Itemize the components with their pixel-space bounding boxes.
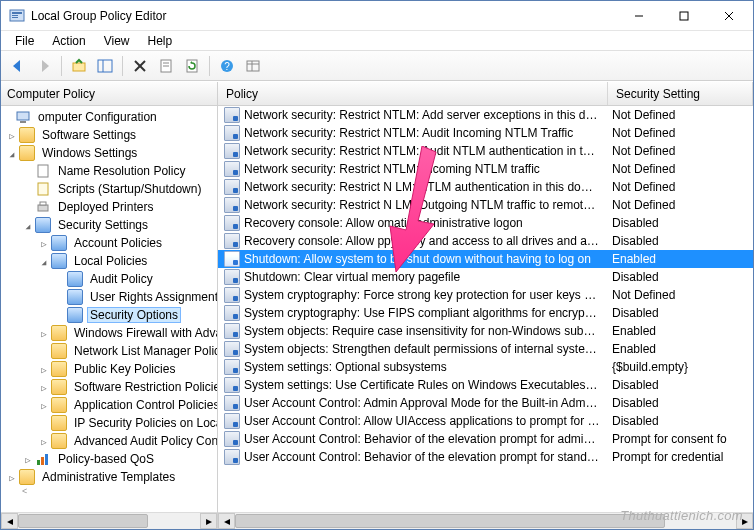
policy-row[interactable]: System settings: Optional subsystems{$bu… bbox=[218, 358, 753, 376]
scroll-right-icon[interactable]: ▸ bbox=[200, 513, 217, 529]
policy-icon bbox=[224, 161, 240, 177]
content-area: Computer Policy omputer Configuration So… bbox=[1, 81, 753, 529]
list-scroll[interactable]: Network security: Restrict NTLM: Add ser… bbox=[218, 106, 753, 512]
policy-row[interactable]: System cryptography: Use FIPS compliant … bbox=[218, 304, 753, 322]
scroll-thumb[interactable] bbox=[18, 514, 148, 528]
policy-icon bbox=[224, 449, 240, 465]
tree-local-policies[interactable]: Local Policies bbox=[71, 253, 150, 269]
policy-row[interactable]: Network security: Restrict NTLM: Audit I… bbox=[218, 124, 753, 142]
folder-icon bbox=[67, 271, 83, 287]
menu-help[interactable]: Help bbox=[140, 32, 181, 50]
scroll-thumb[interactable] bbox=[235, 514, 665, 528]
maximize-button[interactable] bbox=[661, 2, 706, 30]
policy-row[interactable]: Network security: Restrict NTLM: Audit N… bbox=[218, 142, 753, 160]
policy-setting: Disabled bbox=[606, 234, 753, 248]
delete-button[interactable] bbox=[129, 55, 151, 77]
list-header: Policy Security Setting bbox=[218, 82, 753, 106]
policy-icon bbox=[224, 125, 240, 141]
menu-file[interactable]: File bbox=[7, 32, 42, 50]
tree-security-options[interactable]: Security Options bbox=[87, 307, 181, 323]
close-button[interactable] bbox=[706, 2, 751, 30]
policy-setting: Not Defined bbox=[606, 198, 753, 212]
menu-action[interactable]: Action bbox=[44, 32, 93, 50]
printer-icon bbox=[35, 199, 51, 215]
tree-scripts[interactable]: Scripts (Startup/Shutdown) bbox=[55, 181, 204, 197]
svg-rect-25 bbox=[38, 183, 48, 195]
tree-qos[interactable]: Policy-based QoS bbox=[55, 451, 157, 467]
tree-computer-config[interactable]: omputer Configuration bbox=[35, 109, 160, 125]
policy-row[interactable]: Recovery console: Allow omatic administr… bbox=[218, 214, 753, 232]
policy-name: System cryptography: Use FIPS compliant … bbox=[244, 306, 606, 320]
tree-account-policies[interactable]: Account Policies bbox=[71, 235, 165, 251]
policy-setting: Enabled bbox=[606, 324, 753, 338]
policy-row[interactable]: Network security: Restrict NTLM: Incomin… bbox=[218, 160, 753, 178]
tree-hscrollbar[interactable]: ◂ ▸ bbox=[1, 512, 217, 529]
col-policy[interactable]: Policy bbox=[218, 82, 608, 105]
policy-row[interactable]: System settings: Use Certificate Rules o… bbox=[218, 376, 753, 394]
policy-row[interactable]: System objects: Require case insensitivi… bbox=[218, 322, 753, 340]
policy-row[interactable]: User Account Control: Behavior of the el… bbox=[218, 448, 753, 466]
policy-row[interactable]: Shutdown: Clear virtual memory pagefileD… bbox=[218, 268, 753, 286]
policy-setting: Prompt for consent fo bbox=[606, 432, 753, 446]
tree-security-settings[interactable]: Security Settings bbox=[55, 217, 151, 233]
tree-name-resolution[interactable]: Name Resolution Policy bbox=[55, 163, 188, 179]
policy-name: Network security: Restrict N LM: Outgoin… bbox=[244, 198, 606, 212]
svg-text:?: ? bbox=[224, 61, 230, 72]
policy-row[interactable]: Shutdown: Allow system to be shut down w… bbox=[218, 250, 753, 268]
tree-aap[interactable]: Advanced Audit Policy Con bbox=[71, 433, 217, 449]
tree-srp[interactable]: Software Restriction Policies bbox=[71, 379, 217, 395]
policy-rows: Network security: Restrict NTLM: Add ser… bbox=[218, 106, 753, 466]
tree-audit-policy[interactable]: Audit Policy bbox=[87, 271, 156, 287]
tree-software-settings[interactable]: Software Settings bbox=[39, 127, 139, 143]
policy-icon bbox=[224, 179, 240, 195]
svg-rect-8 bbox=[73, 63, 85, 71]
forward-button[interactable] bbox=[33, 55, 55, 77]
menu-view[interactable]: View bbox=[96, 32, 138, 50]
menubar: File Action View Help bbox=[1, 31, 753, 51]
help-button[interactable]: ? bbox=[216, 55, 238, 77]
folder-icon bbox=[51, 433, 67, 449]
svg-rect-27 bbox=[40, 202, 46, 205]
tree-admin-templates[interactable]: Administrative Templates bbox=[39, 469, 178, 485]
policy-row[interactable]: Recovery console: Allow ppy copy and acc… bbox=[218, 232, 753, 250]
policy-row[interactable]: User Account Control: Behavior of the el… bbox=[218, 430, 753, 448]
policy-setting: Disabled bbox=[606, 270, 753, 284]
scroll-right-icon[interactable]: ▸ bbox=[736, 513, 753, 529]
policy-row[interactable]: User Account Control: Allow UIAccess app… bbox=[218, 412, 753, 430]
titlebar[interactable]: Local Group Policy Editor bbox=[1, 1, 753, 31]
scroll-left-icon[interactable]: ◂ bbox=[218, 513, 235, 529]
policy-row[interactable]: User Account Control: Admin Approval Mod… bbox=[218, 394, 753, 412]
policy-row[interactable]: Network security: Restrict N LM: Outgoin… bbox=[218, 196, 753, 214]
tree-deployed-printers[interactable]: Deployed Printers bbox=[55, 199, 156, 215]
tree-pubkey[interactable]: Public Key Policies bbox=[71, 361, 178, 377]
export-button[interactable] bbox=[242, 55, 264, 77]
tree-user-rights[interactable]: User Rights Assignment bbox=[87, 289, 217, 305]
policy-name: User Account Control: Admin Approval Mod… bbox=[244, 396, 606, 410]
minimize-button[interactable] bbox=[616, 2, 661, 30]
properties-button[interactable] bbox=[155, 55, 177, 77]
folder-icon bbox=[51, 397, 67, 413]
refresh-button[interactable] bbox=[181, 55, 203, 77]
policy-icon bbox=[224, 341, 240, 357]
tree-acp[interactable]: Application Control Policies bbox=[71, 397, 217, 413]
tree-nlm[interactable]: Network List Manager Policie bbox=[71, 343, 217, 359]
policy-row[interactable]: Network security: Restrict NTLM: Add ser… bbox=[218, 106, 753, 124]
up-button[interactable] bbox=[68, 55, 90, 77]
tree-scroll[interactable]: omputer Configuration Software Settings … bbox=[1, 106, 217, 512]
policy-icon bbox=[224, 377, 240, 393]
policy-icon bbox=[224, 359, 240, 375]
policy-icon bbox=[224, 323, 240, 339]
back-button[interactable] bbox=[7, 55, 29, 77]
col-security-setting[interactable]: Security Setting bbox=[608, 82, 753, 105]
policy-row[interactable]: System objects: Strengthen default permi… bbox=[218, 340, 753, 358]
list-hscrollbar[interactable]: ◂ ▸ bbox=[218, 512, 753, 529]
policy-row[interactable]: System cryptography: Force strong key pr… bbox=[218, 286, 753, 304]
tree-firewall[interactable]: Windows Firewall with Advanced bbox=[71, 325, 217, 341]
tree-ipsec[interactable]: IP Security Policies on Local bbox=[71, 415, 217, 431]
scroll-left-icon[interactable]: ◂ bbox=[1, 513, 18, 529]
tree-header[interactable]: Computer Policy bbox=[1, 82, 217, 106]
tree-windows-settings[interactable]: Windows Settings bbox=[39, 145, 140, 161]
show-hide-tree-button[interactable] bbox=[94, 55, 116, 77]
svg-rect-3 bbox=[12, 17, 18, 18]
policy-row[interactable]: Network security: Restrict N LM: NTLM au… bbox=[218, 178, 753, 196]
